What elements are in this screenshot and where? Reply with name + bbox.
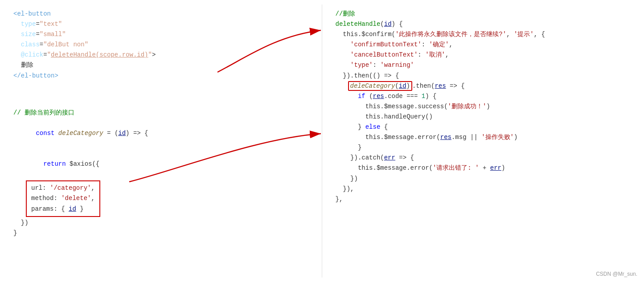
watermark: CSDN @Mr_sun.: [596, 270, 637, 278]
template-code: <el-button type="text" size="small" clas…: [13, 9, 313, 81]
code-line: size="small": [13, 29, 313, 40]
left-panel: <el-button type="text" size="small" clas…: [0, 4, 322, 278]
code-line: method: 'delete',: [31, 193, 95, 204]
right-comment: //删除: [336, 9, 636, 19]
code-line: this.$message.error('请求出错了: ' + err): [336, 163, 636, 173]
code-line: const deleCategory = (id) => {: [13, 118, 313, 149]
code-line: <el-button: [13, 9, 313, 19]
code-line: }: [336, 143, 636, 153]
code-line: }): [13, 218, 313, 228]
code-line: class="delBut non": [13, 40, 313, 50]
axios-params-box: url: '/category', method: 'delete', para…: [26, 180, 100, 217]
code-line: params: { id }: [31, 204, 95, 214]
deleCategory-call-line: deleCategory(id).then(res => {: [348, 81, 636, 91]
code-line: } else {: [336, 122, 636, 132]
code-line: this.$message.success('删除成功！'): [336, 102, 636, 112]
code-line: deleteHandle(id) {: [336, 19, 636, 29]
code-line: 'confirmButtonText': '确定',: [336, 40, 636, 50]
code-line: }).catch(err => {: [336, 153, 636, 163]
code-line: 删除: [13, 60, 313, 70]
left-comment: // 删除当前列的接口: [13, 108, 313, 118]
code-line: </el-button>: [13, 71, 313, 81]
code-line: this.$confirm('此操作将永久删除该文件，是否继续?', '提示',…: [336, 29, 636, 40]
code-line: }).then(() => {: [336, 71, 636, 81]
code-line: url: '/category',: [31, 183, 95, 193]
code-line: }): [336, 174, 636, 184]
code-line: },: [336, 194, 636, 204]
code-line: type="text": [13, 19, 313, 29]
right-panel: //删除 deleteHandle(id) { this.$confirm('此…: [322, 4, 644, 278]
code-line: if (res.code === 1) {: [336, 91, 636, 102]
code-line: return $axios({: [13, 149, 313, 180]
code-line: @click="deleteHandle(scope.row.id)">: [13, 50, 313, 60]
code-line: 'cancelButtonText': '取消',: [336, 50, 636, 60]
code-line: this.$message.error(res.msg || '操作失败'): [336, 132, 636, 143]
code-line: }),: [336, 184, 636, 194]
code-line: 'type': 'warning': [336, 60, 636, 70]
code-line: }: [13, 228, 313, 238]
code-container: <el-button type="text" size="small" clas…: [0, 0, 644, 282]
code-line: this.handleQuery(): [336, 112, 636, 122]
